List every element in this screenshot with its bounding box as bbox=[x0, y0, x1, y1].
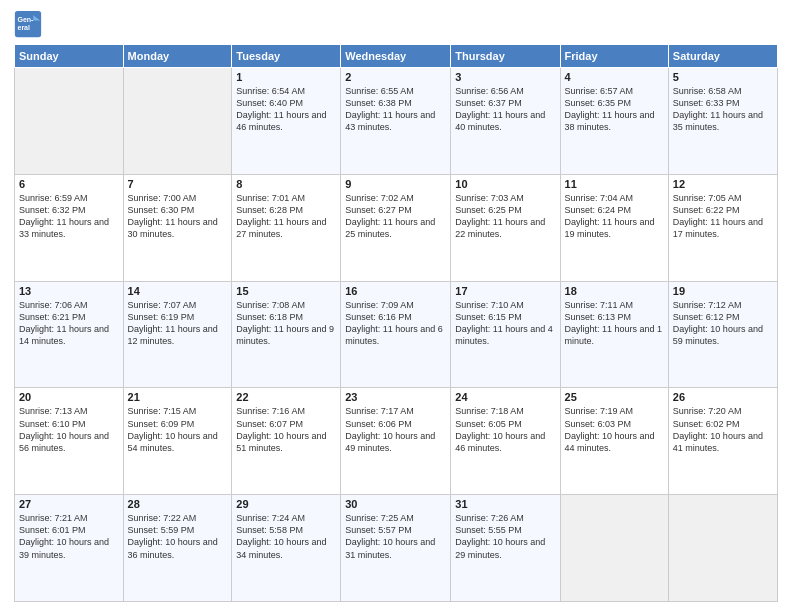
day-number: 9 bbox=[345, 178, 446, 190]
cell-content: Sunrise: 6:54 AM Sunset: 6:40 PM Dayligh… bbox=[236, 85, 336, 134]
calendar-cell: 6Sunrise: 6:59 AM Sunset: 6:32 PM Daylig… bbox=[15, 174, 124, 281]
header-row: SundayMondayTuesdayWednesdayThursdayFrid… bbox=[15, 45, 778, 68]
cell-content: Sunrise: 7:16 AM Sunset: 6:07 PM Dayligh… bbox=[236, 405, 336, 454]
day-number: 27 bbox=[19, 498, 119, 510]
page: Gen- eral SundayMondayTuesdayWednesdayTh… bbox=[0, 0, 792, 612]
cell-content: Sunrise: 7:17 AM Sunset: 6:06 PM Dayligh… bbox=[345, 405, 446, 454]
day-number: 31 bbox=[455, 498, 555, 510]
day-number: 17 bbox=[455, 285, 555, 297]
calendar-cell: 15Sunrise: 7:08 AM Sunset: 6:18 PM Dayli… bbox=[232, 281, 341, 388]
calendar-header: SundayMondayTuesdayWednesdayThursdayFrid… bbox=[15, 45, 778, 68]
day-header-tuesday: Tuesday bbox=[232, 45, 341, 68]
cell-content: Sunrise: 7:11 AM Sunset: 6:13 PM Dayligh… bbox=[565, 299, 664, 348]
calendar-cell: 8Sunrise: 7:01 AM Sunset: 6:28 PM Daylig… bbox=[232, 174, 341, 281]
calendar-cell: 30Sunrise: 7:25 AM Sunset: 5:57 PM Dayli… bbox=[341, 495, 451, 602]
cell-content: Sunrise: 7:10 AM Sunset: 6:15 PM Dayligh… bbox=[455, 299, 555, 348]
day-number: 29 bbox=[236, 498, 336, 510]
calendar-cell: 17Sunrise: 7:10 AM Sunset: 6:15 PM Dayli… bbox=[451, 281, 560, 388]
cell-content: Sunrise: 7:15 AM Sunset: 6:09 PM Dayligh… bbox=[128, 405, 228, 454]
cell-content: Sunrise: 7:03 AM Sunset: 6:25 PM Dayligh… bbox=[455, 192, 555, 241]
day-number: 18 bbox=[565, 285, 664, 297]
calendar-cell: 10Sunrise: 7:03 AM Sunset: 6:25 PM Dayli… bbox=[451, 174, 560, 281]
cell-content: Sunrise: 7:13 AM Sunset: 6:10 PM Dayligh… bbox=[19, 405, 119, 454]
logo: Gen- eral bbox=[14, 10, 46, 38]
calendar-cell: 5Sunrise: 6:58 AM Sunset: 6:33 PM Daylig… bbox=[668, 68, 777, 175]
day-number: 20 bbox=[19, 391, 119, 403]
cell-content: Sunrise: 7:07 AM Sunset: 6:19 PM Dayligh… bbox=[128, 299, 228, 348]
day-number: 15 bbox=[236, 285, 336, 297]
calendar-week-3: 13Sunrise: 7:06 AM Sunset: 6:21 PM Dayli… bbox=[15, 281, 778, 388]
calendar-cell: 19Sunrise: 7:12 AM Sunset: 6:12 PM Dayli… bbox=[668, 281, 777, 388]
calendar-cell: 27Sunrise: 7:21 AM Sunset: 6:01 PM Dayli… bbox=[15, 495, 124, 602]
calendar-cell: 31Sunrise: 7:26 AM Sunset: 5:55 PM Dayli… bbox=[451, 495, 560, 602]
calendar-cell: 25Sunrise: 7:19 AM Sunset: 6:03 PM Dayli… bbox=[560, 388, 668, 495]
cell-content: Sunrise: 7:22 AM Sunset: 5:59 PM Dayligh… bbox=[128, 512, 228, 561]
day-header-monday: Monday bbox=[123, 45, 232, 68]
cell-content: Sunrise: 7:08 AM Sunset: 6:18 PM Dayligh… bbox=[236, 299, 336, 348]
day-number: 3 bbox=[455, 71, 555, 83]
day-number: 23 bbox=[345, 391, 446, 403]
calendar-cell: 13Sunrise: 7:06 AM Sunset: 6:21 PM Dayli… bbox=[15, 281, 124, 388]
calendar-cell: 18Sunrise: 7:11 AM Sunset: 6:13 PM Dayli… bbox=[560, 281, 668, 388]
calendar-cell bbox=[560, 495, 668, 602]
cell-content: Sunrise: 7:19 AM Sunset: 6:03 PM Dayligh… bbox=[565, 405, 664, 454]
day-number: 13 bbox=[19, 285, 119, 297]
calendar-cell bbox=[123, 68, 232, 175]
day-number: 1 bbox=[236, 71, 336, 83]
cell-content: Sunrise: 6:57 AM Sunset: 6:35 PM Dayligh… bbox=[565, 85, 664, 134]
calendar-cell: 14Sunrise: 7:07 AM Sunset: 6:19 PM Dayli… bbox=[123, 281, 232, 388]
cell-content: Sunrise: 7:21 AM Sunset: 6:01 PM Dayligh… bbox=[19, 512, 119, 561]
calendar-cell: 11Sunrise: 7:04 AM Sunset: 6:24 PM Dayli… bbox=[560, 174, 668, 281]
cell-content: Sunrise: 6:56 AM Sunset: 6:37 PM Dayligh… bbox=[455, 85, 555, 134]
cell-content: Sunrise: 7:01 AM Sunset: 6:28 PM Dayligh… bbox=[236, 192, 336, 241]
day-number: 16 bbox=[345, 285, 446, 297]
calendar-body: 1Sunrise: 6:54 AM Sunset: 6:40 PM Daylig… bbox=[15, 68, 778, 602]
day-number: 12 bbox=[673, 178, 773, 190]
calendar-cell: 24Sunrise: 7:18 AM Sunset: 6:05 PM Dayli… bbox=[451, 388, 560, 495]
calendar-cell: 1Sunrise: 6:54 AM Sunset: 6:40 PM Daylig… bbox=[232, 68, 341, 175]
cell-content: Sunrise: 7:12 AM Sunset: 6:12 PM Dayligh… bbox=[673, 299, 773, 348]
cell-content: Sunrise: 7:09 AM Sunset: 6:16 PM Dayligh… bbox=[345, 299, 446, 348]
day-number: 24 bbox=[455, 391, 555, 403]
calendar-cell: 28Sunrise: 7:22 AM Sunset: 5:59 PM Dayli… bbox=[123, 495, 232, 602]
calendar-cell bbox=[668, 495, 777, 602]
cell-content: Sunrise: 6:59 AM Sunset: 6:32 PM Dayligh… bbox=[19, 192, 119, 241]
calendar-cell: 12Sunrise: 7:05 AM Sunset: 6:22 PM Dayli… bbox=[668, 174, 777, 281]
cell-content: Sunrise: 7:20 AM Sunset: 6:02 PM Dayligh… bbox=[673, 405, 773, 454]
day-header-friday: Friday bbox=[560, 45, 668, 68]
cell-content: Sunrise: 7:02 AM Sunset: 6:27 PM Dayligh… bbox=[345, 192, 446, 241]
day-number: 22 bbox=[236, 391, 336, 403]
day-number: 21 bbox=[128, 391, 228, 403]
day-header-sunday: Sunday bbox=[15, 45, 124, 68]
day-number: 10 bbox=[455, 178, 555, 190]
calendar-cell: 26Sunrise: 7:20 AM Sunset: 6:02 PM Dayli… bbox=[668, 388, 777, 495]
logo-icon: Gen- eral bbox=[14, 10, 42, 38]
cell-content: Sunrise: 7:05 AM Sunset: 6:22 PM Dayligh… bbox=[673, 192, 773, 241]
cell-content: Sunrise: 6:55 AM Sunset: 6:38 PM Dayligh… bbox=[345, 85, 446, 134]
cell-content: Sunrise: 7:04 AM Sunset: 6:24 PM Dayligh… bbox=[565, 192, 664, 241]
day-header-saturday: Saturday bbox=[668, 45, 777, 68]
calendar-cell: 4Sunrise: 6:57 AM Sunset: 6:35 PM Daylig… bbox=[560, 68, 668, 175]
day-number: 2 bbox=[345, 71, 446, 83]
day-number: 8 bbox=[236, 178, 336, 190]
cell-content: Sunrise: 7:00 AM Sunset: 6:30 PM Dayligh… bbox=[128, 192, 228, 241]
calendar-cell: 7Sunrise: 7:00 AM Sunset: 6:30 PM Daylig… bbox=[123, 174, 232, 281]
calendar-cell: 3Sunrise: 6:56 AM Sunset: 6:37 PM Daylig… bbox=[451, 68, 560, 175]
cell-content: Sunrise: 7:18 AM Sunset: 6:05 PM Dayligh… bbox=[455, 405, 555, 454]
day-number: 30 bbox=[345, 498, 446, 510]
day-header-thursday: Thursday bbox=[451, 45, 560, 68]
calendar-cell: 21Sunrise: 7:15 AM Sunset: 6:09 PM Dayli… bbox=[123, 388, 232, 495]
day-number: 26 bbox=[673, 391, 773, 403]
day-number: 14 bbox=[128, 285, 228, 297]
cell-content: Sunrise: 6:58 AM Sunset: 6:33 PM Dayligh… bbox=[673, 85, 773, 134]
day-number: 4 bbox=[565, 71, 664, 83]
calendar-cell bbox=[15, 68, 124, 175]
cell-content: Sunrise: 7:25 AM Sunset: 5:57 PM Dayligh… bbox=[345, 512, 446, 561]
day-number: 28 bbox=[128, 498, 228, 510]
calendar-cell: 16Sunrise: 7:09 AM Sunset: 6:16 PM Dayli… bbox=[341, 281, 451, 388]
calendar-week-5: 27Sunrise: 7:21 AM Sunset: 6:01 PM Dayli… bbox=[15, 495, 778, 602]
calendar-cell: 23Sunrise: 7:17 AM Sunset: 6:06 PM Dayli… bbox=[341, 388, 451, 495]
day-number: 11 bbox=[565, 178, 664, 190]
day-number: 6 bbox=[19, 178, 119, 190]
calendar-week-4: 20Sunrise: 7:13 AM Sunset: 6:10 PM Dayli… bbox=[15, 388, 778, 495]
